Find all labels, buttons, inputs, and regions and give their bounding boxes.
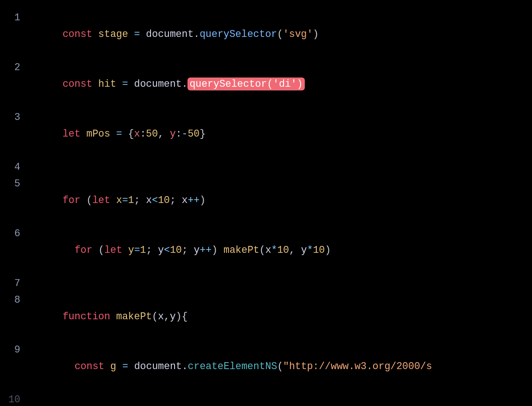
number-50: 50 (187, 128, 200, 139)
keyword-const: const (62, 29, 98, 40)
keyword-function: function (62, 311, 116, 322)
code-line[interactable]: 3 let mPos = {x:50, y:-50} (0, 109, 532, 159)
number-10: 10 (158, 195, 170, 206)
method-queryselector: querySelector (200, 29, 277, 40)
punct-colon: : (176, 128, 182, 139)
fn-makept: makePt (116, 311, 152, 322)
line-number: 6 (0, 225, 27, 242)
code-line[interactable]: 1 const stage = document.querySelector('… (0, 9, 532, 59)
code-line[interactable]: 2 const hit = document.querySelector('di… (0, 59, 532, 109)
line-number: 5 (0, 175, 27, 192)
punct-paren: ) (313, 29, 319, 40)
line-number: 10 (0, 391, 27, 406)
code-editor[interactable]: 1 const stage = document.querySelector('… (0, 0, 532, 406)
text-selection-highlight[interactable]: querySelector('di') (187, 78, 304, 90)
line-number: 7 (0, 275, 27, 292)
punct-paren: ) (200, 195, 206, 206)
var-y: y (128, 245, 134, 256)
code-line[interactable]: 8 function makePt(x,y){ (0, 292, 532, 341)
code-line[interactable]: 6 for (let y=1; y<10; y++) makePt(x*10, … (0, 225, 532, 275)
code-line[interactable]: 7 (0, 275, 532, 292)
op-eq: = (134, 245, 140, 256)
punct-dot: . (182, 78, 188, 90)
method-createelementns: createElementNS (188, 361, 278, 372)
param-y: y (170, 311, 176, 322)
op-neg: - (182, 128, 188, 139)
ident-document: document (146, 29, 193, 40)
punct-paren: ( (259, 245, 265, 256)
op-mul: * (271, 245, 277, 256)
ident-document: document (134, 361, 181, 372)
punct-brace: { (182, 311, 188, 322)
prop-y: y (170, 128, 176, 139)
var-x: x (116, 195, 122, 206)
var-hit: hit (98, 78, 116, 90)
call-makept: makePt (224, 245, 259, 256)
var-y: y (194, 245, 200, 256)
op-lt: < (152, 195, 158, 206)
op-mul: * (307, 245, 313, 256)
method-queryselector: querySelector (189, 78, 267, 90)
punct-brace: { (128, 128, 134, 139)
code-line[interactable]: 10 gsap.set(g, {' ) ) (0, 391, 532, 406)
punct-semi: ; (146, 245, 158, 256)
code-line[interactable]: 4 (0, 159, 532, 175)
punct-semi: ; (182, 245, 194, 256)
line-number: 1 (0, 9, 27, 26)
keyword-const: const (74, 361, 110, 372)
line-number: 3 (0, 109, 27, 125)
prop-x: x (134, 128, 140, 139)
var-y: y (158, 245, 164, 256)
op-eq: = (128, 29, 146, 40)
line-number: 9 (0, 341, 27, 358)
line-number: 2 (0, 59, 27, 76)
var-y: y (301, 245, 307, 256)
op-inc: ++ (200, 245, 212, 256)
code-line[interactable]: 5 for (let x=1; x<10; x++) (0, 175, 532, 225)
keyword-for: for (62, 195, 86, 206)
string-ns-url: "http://www.w3.org/2000/s (283, 361, 432, 372)
punct-comma: , (289, 245, 301, 256)
op-eq: = (116, 78, 134, 90)
op-lt: < (164, 245, 170, 256)
keyword-let: let (92, 195, 116, 206)
punct-brace: } (200, 128, 206, 139)
punct-paren: ) (176, 311, 182, 322)
number-10: 10 (313, 245, 325, 256)
punct-comma: , (158, 128, 170, 139)
punct-paren: ) (297, 78, 303, 90)
number-1: 1 (140, 245, 146, 256)
op-eq: = (122, 195, 128, 206)
punct-paren: ( (277, 361, 283, 372)
var-x: x (146, 195, 152, 206)
punct-colon: : (140, 128, 146, 139)
keyword-const: const (62, 78, 98, 90)
punct-paren: ( (86, 195, 92, 206)
ident-document: document (134, 78, 181, 90)
punct-paren: ( (277, 29, 283, 40)
keyword-let: let (62, 128, 86, 139)
punct-semi: ; (134, 195, 146, 206)
var-x: x (265, 245, 271, 256)
var-g: g (110, 361, 116, 372)
punct-paren: ) (212, 245, 224, 256)
punct-paren: ) (325, 245, 331, 256)
op-eq: = (110, 128, 128, 139)
op-eq: = (116, 361, 134, 372)
number-50: 50 (146, 128, 158, 139)
punct-paren: ( (152, 311, 158, 322)
number-10: 10 (277, 245, 289, 256)
punct-dot: . (193, 29, 200, 40)
var-mpos: mPos (86, 128, 110, 139)
number-10: 10 (170, 245, 182, 256)
line-number: 8 (0, 292, 27, 308)
keyword-for: for (74, 245, 98, 256)
var-stage: stage (98, 29, 128, 40)
keyword-let: let (104, 245, 128, 256)
string-svg: 'svg' (283, 29, 313, 40)
punct-dot: . (182, 361, 188, 372)
punct-comma: , (164, 311, 170, 322)
string-di: 'di' (273, 78, 297, 90)
punct-paren: ( (267, 78, 273, 90)
code-line[interactable]: 9 const g = document.createElementNS("ht… (0, 341, 532, 391)
